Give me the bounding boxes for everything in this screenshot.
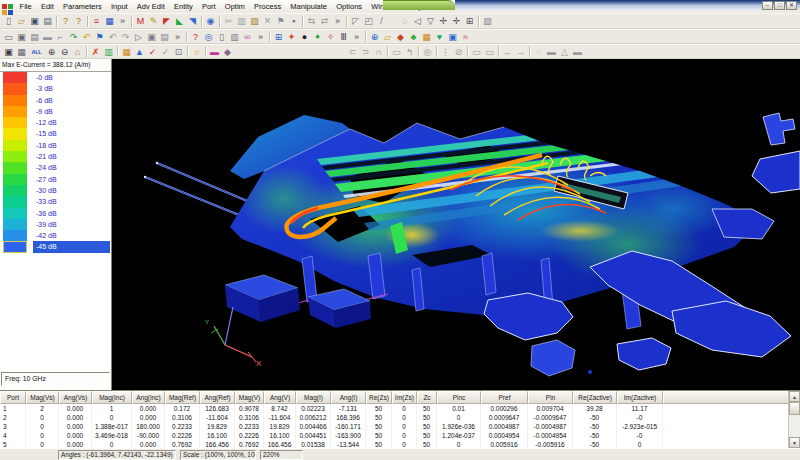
col-header-zc[interactable]: Zc [417,391,437,404]
rotate-left-icon[interactable]: ◁ [411,15,424,27]
disabled-tool-icon[interactable]: ◌ [532,46,545,58]
table-row[interactable]: 200.00000.0000.3106-11.6040.3106-11.6040… [0,413,800,422]
copy-icon[interactable]: ▥ [235,15,248,27]
line-tool-icon[interactable]: / [375,15,388,27]
transfer-icon[interactable]: ⇄ [318,15,331,27]
legend-item[interactable]: -33 dB [0,196,111,207]
lock-icon[interactable]: ▪ [287,15,300,27]
col-header-mag-vs-[interactable]: Mag(Vs) [26,391,59,404]
col-header-ang-v-[interactable]: Ang(V) [264,391,296,404]
fit-view-icon[interactable]: ⊞ [463,15,476,27]
scroll-down-button[interactable]: ▼ [789,437,800,448]
play-icon[interactable]: ▷ [132,31,145,43]
legend-item[interactable]: -42 dB [0,230,111,241]
col-header-pinc[interactable]: Pinc [437,391,481,404]
disabled-tool-icon[interactable]: ◎ [421,46,434,58]
menu-manipulate[interactable]: Manipulate [286,2,332,11]
optimize-icon[interactable]: ✦ [311,31,324,43]
scroll-thumb[interactable] [789,402,800,415]
col-header-ang-inc-[interactable]: Ang(Inc) [132,391,165,404]
query-icon[interactable]: ? [189,31,202,43]
disabled-tool-icon[interactable]: ⊃ [359,46,372,58]
col-header-mag-inc-[interactable]: Mag(Inc) [92,391,132,404]
select-vertex-icon[interactable]: ◤ [160,15,173,27]
disabled-tool-icon[interactable]: ▬ [545,46,558,58]
col-header-mag-i-[interactable]: Mag(I) [296,391,331,404]
menu-parameters[interactable]: Parameters [58,2,106,11]
col-header-re-zactive-[interactable]: Re(Zactive) [573,391,617,404]
menu-entity[interactable]: Entity [169,2,197,11]
colorbar-icon[interactable]: ▥ [102,46,115,58]
flag-icon[interactable]: ⚑ [274,15,287,27]
disabled-tool-icon[interactable]: ⊘ [452,46,465,58]
legend-item[interactable]: -39 dB [0,219,111,230]
edit-icon[interactable]: ✎ [147,15,160,27]
menu-options[interactable]: Options [332,2,367,11]
disabled-tool-icon[interactable]: ∩ [372,46,385,58]
grid-icon[interactable]: ▥ [228,31,241,43]
open-project-icon[interactable]: ▱ [381,31,394,43]
legend-item[interactable]: -30 dB [0,185,111,196]
waves-icon[interactable]: ≈ [459,31,472,43]
disabled-tool-icon[interactable]: ⋮ [439,46,452,58]
overflow-chevron[interactable]: » [350,31,363,43]
paste-icon[interactable]: ▨ [248,15,261,27]
menu-input[interactable]: Input [106,2,132,11]
axis-icon[interactable]: ✗ [89,46,102,58]
legend-item[interactable]: -15 dB [0,128,111,139]
find-icon[interactable]: ◎ [202,31,215,43]
select-all-icon[interactable]: ▣ [15,31,28,43]
select-polygon-icon[interactable]: ◣ [173,15,186,27]
help-icon[interactable]: ? [59,15,72,27]
legend-item[interactable]: -27 dB [0,174,111,185]
col-header-pin[interactable]: Pin [528,391,573,404]
disabled-tool-icon[interactable]: ▭ [483,46,496,58]
delete-icon[interactable]: ✕ [261,15,274,27]
layer-colors-icon[interactable]: ≡ [90,15,103,27]
snapshot-icon[interactable]: ▨ [481,15,494,27]
legend-item[interactable]: -6 dB [0,95,111,106]
col-header-mag-v-[interactable]: Mag(V) [235,391,264,404]
diamond-icon[interactable]: ◆ [221,46,234,58]
swap-icon[interactable]: ⇆ [305,15,318,27]
disabled-tool-icon[interactable]: ← [501,46,514,58]
pan-icon[interactable]: ✛ [437,15,450,27]
disabled-tool-icon[interactable]: ⊂ [346,46,359,58]
infinity-icon[interactable]: ∞ [241,31,254,43]
mesh-icon[interactable]: M [134,15,147,27]
table-row[interactable]: 120.00010.0000.172126.6830.90788.7420.02… [0,404,800,413]
favorite-icon[interactable]: ♥ [433,31,446,43]
world-icon[interactable]: ⊕ [368,31,381,43]
region-icon[interactable]: ◰ [362,15,375,27]
ruler-icon[interactable]: ◸ [349,15,362,27]
col-header-ang-i-[interactable]: Ang(I) [331,391,366,404]
menu-port[interactable]: Port [197,2,220,11]
overflow-chevron[interactable]: » [254,31,267,43]
rotate-ccw-icon[interactable]: ↶ [106,31,119,43]
corner-icon[interactable]: ⌐ [54,31,67,43]
rotate-cw-icon[interactable]: ↷ [119,31,132,43]
overflow-chevron[interactable]: » [171,31,184,43]
disabled-tool-icon[interactable]: ▬ [571,46,584,58]
tune-icon[interactable]: ✧ [324,31,337,43]
col-header-ang-vs-[interactable]: Ang(Vs) [59,391,92,404]
context-help-icon[interactable]: ? [72,15,85,27]
light-icon[interactable]: ☼ [190,46,203,58]
handset-icon[interactable]: ◆ [394,31,407,43]
rows-icon[interactable]: ▤ [158,31,171,43]
col-header-port[interactable]: Port [0,391,26,404]
stack-icon[interactable]: ▤ [28,31,41,43]
col-header-im-zactive-[interactable]: Im(Zactive) [617,391,663,404]
layers-icon[interactable]: ▦ [103,15,116,27]
col-header-mag-ref-[interactable]: Mag(Ref) [165,391,200,404]
col-header-ang-ref-[interactable]: Ang(Ref) [200,391,235,404]
disabled-tool-icon[interactable]: → [514,46,527,58]
save-image-icon[interactable]: ▣ [2,46,15,58]
disabled-tool-icon[interactable]: ↰ [403,46,416,58]
zoom-in-icon[interactable]: ⊕ [45,46,58,58]
magenta-bar-icon[interactable]: ▬ [208,46,221,58]
table-scrollbar[interactable]: ▲ ▼ [788,391,800,448]
meshing-icon[interactable]: ⊞ [272,31,285,43]
col-header-pref[interactable]: Pref [481,391,528,404]
columns-icon[interactable]: Ⅲ [337,31,350,43]
